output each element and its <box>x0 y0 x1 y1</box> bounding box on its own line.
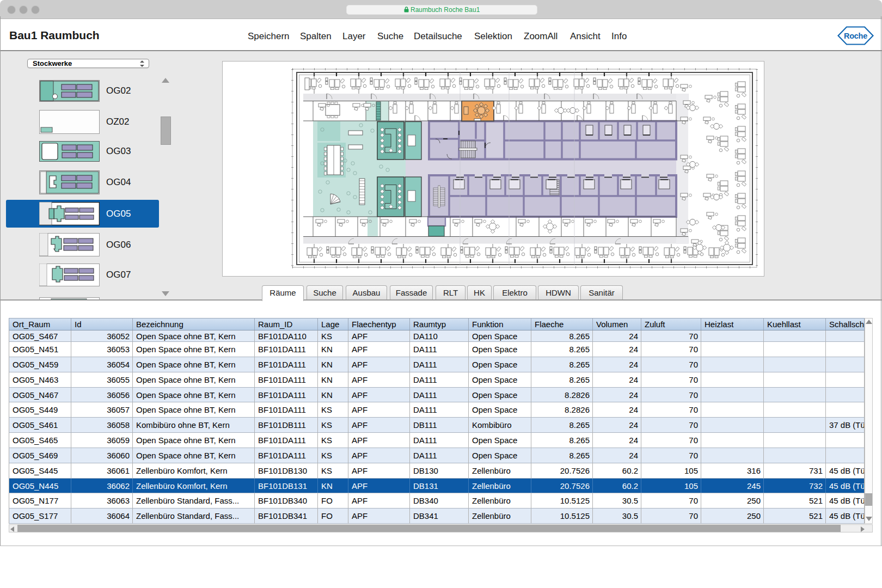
svg-text:Roche: Roche <box>844 32 867 40</box>
